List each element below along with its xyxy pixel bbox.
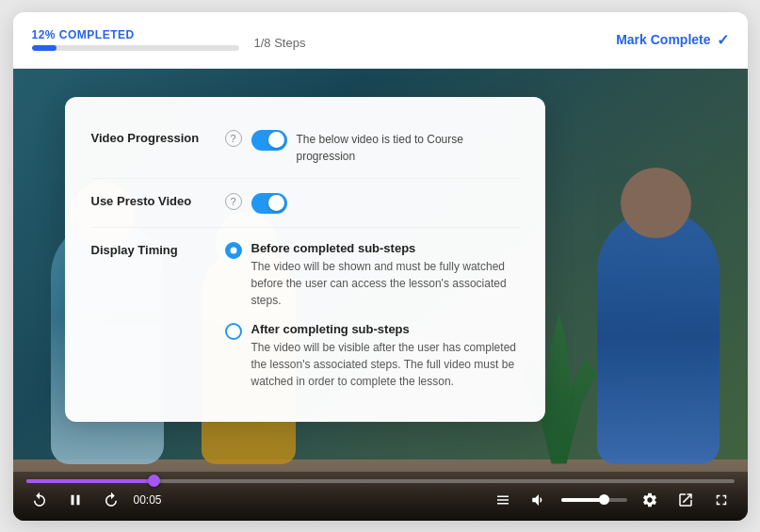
use-presto-video-label: Use Presto Video [91,192,214,208]
playlist-icon [494,492,511,508]
after-substeps-label: After completing sub-steps [251,322,519,336]
pause-icon [67,492,84,508]
progress-bar-container [32,45,239,51]
volume-slider[interactable] [561,498,627,502]
player-container: 12% COMPLETED 1/8 Steps Mark Complete ✓ … [13,12,748,521]
settings-icon [641,492,658,508]
fullscreen-button[interactable] [708,487,735,513]
after-substeps-content: After completing sub-steps The video wil… [251,322,519,390]
mark-complete-label: Mark Complete [616,32,710,47]
volume-thumb [599,494,609,505]
replay-icon [31,492,48,508]
top-bar: 12% COMPLETED 1/8 Steps Mark Complete ✓ [13,12,748,69]
forward-button[interactable] [98,487,124,513]
video-progression-label: Video Progression [91,129,214,145]
pause-button[interactable] [62,487,89,513]
use-presto-video-content: ? [225,192,519,214]
controls-row: 00:05 [26,487,735,513]
before-substeps-label: Before completed sub-steps [251,241,519,255]
progress-thumb[interactable] [148,475,160,487]
steps-label: 1/8 Steps [254,30,306,50]
person-right [597,210,720,464]
forward-icon [103,492,120,508]
popout-button[interactable] [672,487,699,513]
playlist-button[interactable] [490,487,516,513]
settings-panel: Video Progression ? The below video is t… [65,97,545,422]
video-progression-desc: The below video is tied to Course progre… [297,129,519,165]
after-substeps-radio[interactable] [225,323,242,340]
use-presto-video-row: Use Presto Video ? [91,179,519,228]
before-substeps-desc: The video will be shown and must be full… [251,258,519,309]
after-substeps-option[interactable]: After completing sub-steps The video wil… [225,322,519,390]
settings-button[interactable] [637,487,663,513]
replay-button[interactable] [26,487,53,513]
progress-section: 12% COMPLETED [32,28,239,51]
display-timing-options: Before completed sub-steps The video wil… [225,241,519,390]
before-substeps-content: Before completed sub-steps The video wil… [251,241,519,309]
volume-icon [530,492,547,508]
before-substeps-radio[interactable] [225,242,242,259]
use-presto-video-toggle[interactable] [251,193,287,214]
volume-fill [561,498,605,502]
volume-button[interactable] [526,487,552,513]
use-presto-video-help-icon[interactable]: ? [225,193,242,210]
progress-track[interactable] [26,479,735,483]
display-timing-row: Display Timing Before completed sub-step… [91,228,519,403]
video-progression-toggle[interactable] [251,130,287,151]
check-icon: ✓ [717,31,729,49]
video-progression-help-icon[interactable]: ? [225,130,242,147]
after-substeps-desc: The video will be visible after the user… [251,339,519,390]
display-timing-label: Display Timing [91,241,214,257]
video-area: Video Progression ? The below video is t… [13,69,748,521]
popout-icon [677,492,694,508]
progress-label: 12% COMPLETED [32,28,239,41]
time-display: 00:05 [134,493,162,507]
progress-bar-fill [32,45,57,51]
mark-complete-button[interactable]: Mark Complete ✓ [616,31,728,49]
video-progression-content: ? The below video is tied to Course prog… [225,129,519,165]
fullscreen-icon [713,492,730,508]
video-progression-row: Video Progression ? The below video is t… [91,116,519,179]
progress-played [26,479,154,483]
before-substeps-option[interactable]: Before completed sub-steps The video wil… [225,241,519,309]
video-controls: 00:05 [13,472,748,521]
